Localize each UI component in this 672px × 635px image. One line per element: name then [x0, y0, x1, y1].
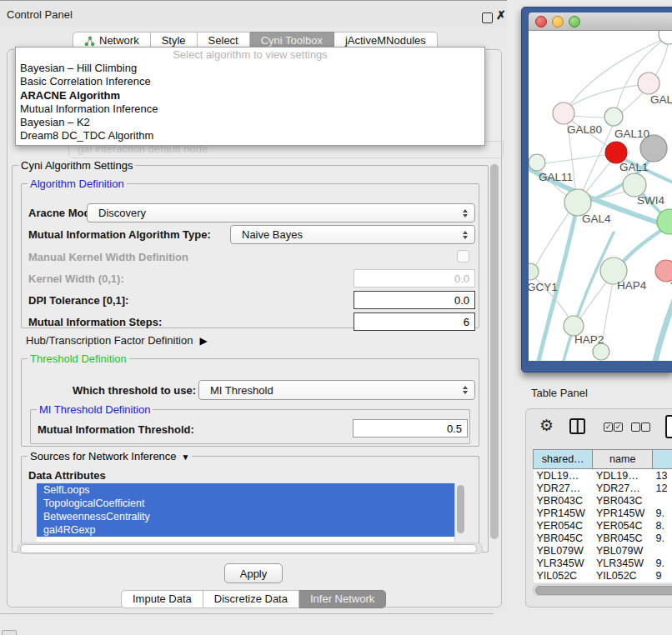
list-item[interactable]: gal4RGexp	[37, 523, 465, 537]
minimize-traffic-light[interactable]	[552, 16, 564, 28]
table-row[interactable]: YPR145WYPR145W9.	[534, 507, 672, 519]
minimized-panel-button[interactable]	[2, 630, 17, 635]
list-item[interactable]: SelfLoops	[37, 483, 465, 497]
network-node-salmon[interactable]	[655, 260, 672, 282]
combo-spinner-icon	[463, 231, 468, 239]
combo-spinner-icon	[463, 386, 468, 394]
algorithm-option[interactable]: Bayesian – Hill Climbing	[16, 62, 484, 75]
control-panel: Control Panel ✗ Network Style Select Cyn…	[0, 0, 507, 612]
aracne-mode-combo[interactable]: Discovery	[87, 203, 475, 222]
node-label: GAL80	[567, 123, 602, 136]
apply-button[interactable]: Apply	[224, 563, 283, 583]
kernel-width-field[interactable]: 0.0	[354, 269, 475, 288]
node-label: GAL1	[619, 161, 649, 173]
hub-definition-toggle[interactable]: Hub/Transcription Factor Definition▶	[26, 332, 208, 348]
network-node[interactable]	[638, 72, 659, 94]
table-row[interactable]: YBR043CYBR043C	[534, 494, 672, 507]
tab-discretize-data[interactable]: Discretize Data	[203, 590, 299, 608]
column-header-partial[interactable]	[652, 450, 672, 469]
table-row[interactable]: YLR345WYLR345W9.	[534, 558, 672, 570]
node-label: HAP4	[617, 279, 647, 292]
data-attributes-list[interactable]: SelfLoops TopologicalCoefficient Between…	[37, 483, 465, 542]
mi-threshold-definition-title: MI Threshold Definition	[37, 403, 153, 416]
manual-kernel-checkbox[interactable]	[457, 250, 469, 262]
network-node-gcy1[interactable]	[529, 263, 539, 280]
network-node-gal10[interactable]	[604, 108, 623, 126]
expanded-arrow-icon[interactable]: ▼	[182, 452, 190, 462]
settings-hscrollbar[interactable]	[18, 542, 483, 554]
unchecked-box-icon[interactable]	[641, 422, 650, 432]
network-node-gal80[interactable]	[553, 102, 574, 124]
tab-infer-network[interactable]: Infer Network	[299, 590, 386, 608]
table-row[interactable]: YBL079WYBL079W	[534, 545, 672, 558]
node-label: GCY1	[529, 281, 558, 293]
mi-steps-field[interactable]: 6	[354, 312, 475, 331]
mi-threshold-field[interactable]: 0.5	[353, 419, 468, 438]
table-hscrollbar[interactable]	[533, 584, 672, 596]
kernel-width-label: Kernel Width (0,1):	[28, 272, 124, 285]
data-attributes-label: Data Attributes	[28, 469, 106, 482]
algorithm-option[interactable]: Bayesian – K2	[16, 116, 484, 129]
settings-group-title: Cyni Algorithm Settings	[18, 159, 135, 172]
document-icon[interactable]	[665, 415, 672, 438]
node-label: GAL4	[582, 212, 611, 225]
manual-kernel-label: Manual Kernel Width Definition	[28, 251, 188, 263]
list-item[interactable]: BetweennessCentrality	[37, 510, 465, 523]
mi-type-label: Mutual Information Algorithm Type:	[28, 228, 211, 241]
column-header-shared-name[interactable]: shared…	[534, 450, 593, 469]
mi-threshold-label: Mutual Information Threshold:	[38, 423, 194, 436]
combo-spinner-icon	[463, 209, 468, 218]
float-icon[interactable]	[482, 12, 493, 23]
network-node-gal1[interactable]	[623, 173, 646, 197]
cyni-algorithm-settings-group: Cyni Algorithm Settings Algorithm Defini…	[12, 165, 489, 552]
tab-impute-data[interactable]: Impute Data	[121, 590, 203, 608]
bottom-tabs: Impute Data Discretize Data Infer Networ…	[121, 590, 386, 608]
split-columns-icon[interactable]	[569, 418, 585, 434]
dpi-tolerance-label: DPI Tolerance [0,1]:	[28, 294, 128, 307]
bottom-divider	[0, 613, 494, 614]
control-panel-title: Control Panel	[7, 8, 73, 21]
checked-box-icon[interactable]: ✓	[604, 422, 613, 432]
unchecked-box-icon[interactable]	[631, 422, 640, 432]
sources-group-title: Sources for Network Inference▼	[28, 450, 192, 462]
sources-group: Sources for Network Inference▼ Data Attr…	[21, 456, 479, 546]
node-label: GAL	[650, 93, 672, 106]
zoom-traffic-light[interactable]	[569, 16, 580, 28]
network-node-gal11[interactable]	[529, 154, 545, 171]
table-row[interactable]: YDL19…YDL19…13	[534, 469, 672, 482]
which-threshold-combo[interactable]: MI Threshold	[198, 380, 475, 400]
node-table[interactable]: shared… name YDL19…YDL19…13 YDR27…YDR27……	[533, 449, 672, 582]
network-view-window: GAL GAL80 GAL10 GAL11 GAL1 SWI4 GAL4 GCY…	[521, 7, 672, 372]
threshold-definition-group: Threshold Definition Which threshold to …	[21, 358, 479, 447]
threshold-definition-title: Threshold Definition	[28, 352, 129, 365]
column-header-name[interactable]: name	[593, 450, 652, 469]
checked-box-icon[interactable]: ✓	[614, 422, 623, 432]
algorithm-option[interactable]: Basic Correlation Inference	[16, 75, 484, 88]
mi-algorithm-type-combo[interactable]: Naive Bayes	[230, 225, 475, 244]
network-canvas[interactable]: GAL GAL80 GAL10 GAL11 GAL1 SWI4 GAL4 GCY…	[529, 31, 672, 361]
node-label: SWI4	[637, 194, 664, 207]
close-traffic-light[interactable]	[535, 16, 547, 28]
gear-icon[interactable]: ⚙	[539, 416, 554, 435]
node-label: HAP2	[574, 333, 604, 346]
list-item[interactable]: TopologicalCoefficient	[37, 497, 465, 510]
table-row[interactable]: YIL052CYIL052C9	[534, 570, 672, 582]
algorithm-option-selected[interactable]: ARACNE Algorithm	[16, 89, 484, 102]
which-threshold-label: Which threshold to use:	[73, 384, 196, 397]
dpi-tolerance-field[interactable]: 0.0	[354, 291, 475, 309]
list-scrollbar[interactable]	[454, 483, 465, 542]
network-node[interactable]	[593, 343, 609, 360]
settings-vscrollbar[interactable]	[489, 161, 499, 551]
mi-steps-label: Mutual Information Steps:	[28, 316, 162, 328]
algorithm-option[interactable]: Mutual Information Inference	[16, 102, 484, 116]
algorithm-option[interactable]: Dream8 DC_TDC Algorithm	[16, 129, 484, 142]
table-row[interactable]: YBR045CYBR045C9.	[534, 532, 672, 544]
close-icon[interactable]: ✗	[496, 8, 506, 22]
table-row[interactable]: YER054CYER054C8.	[534, 519, 672, 532]
table-row[interactable]: YDR27…YDR27…12	[534, 482, 672, 494]
mi-threshold-definition-group: MI Threshold Definition Mutual Informati…	[30, 409, 470, 444]
node-label: GAL10	[614, 128, 649, 140]
algorithm-dropdown-placeholder: Select algorithm to view settings	[16, 48, 484, 62]
network-icon	[84, 36, 95, 47]
network-graph: GAL GAL80 GAL10 GAL11 GAL1 SWI4 GAL4 GCY…	[529, 31, 672, 361]
